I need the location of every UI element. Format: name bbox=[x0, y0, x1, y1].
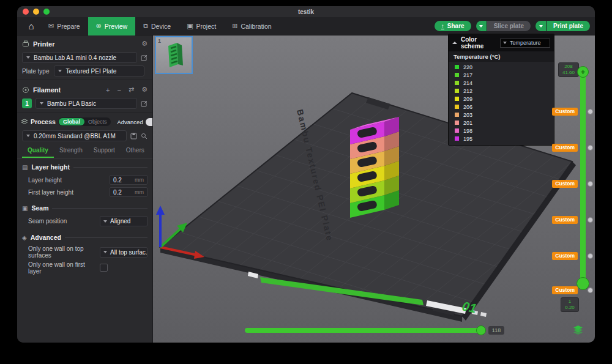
legend-value: 198 bbox=[463, 128, 472, 134]
legend-value: 201 bbox=[463, 120, 472, 126]
layers-view-icon[interactable] bbox=[573, 325, 583, 337]
process-scope-switch: Global Objects bbox=[58, 117, 111, 126]
step-slider-track[interactable] bbox=[245, 328, 483, 333]
legend-item: 201 bbox=[449, 119, 554, 127]
chevron-down-icon bbox=[40, 102, 43, 105]
legend-item: 217 bbox=[449, 71, 554, 79]
setting-row: Layer height 0.2 mm bbox=[28, 175, 147, 185]
print-plate-button[interactable]: Print plate bbox=[547, 21, 590, 31]
save-preset-icon[interactable] bbox=[130, 133, 137, 139]
custom-height-tag[interactable]: Custom bbox=[552, 286, 578, 294]
plate-edge-mark bbox=[480, 312, 487, 317]
process-subtabs: Quality Strength Support Others bbox=[17, 144, 152, 158]
print-button-group: Print plate bbox=[536, 21, 590, 31]
filament-settings-gear-icon[interactable]: ⚙ bbox=[141, 86, 147, 94]
color-scheme-select[interactable]: Temperature bbox=[500, 39, 550, 48]
legend-item: 203 bbox=[449, 111, 554, 119]
home-button[interactable]: ⌂ bbox=[22, 17, 40, 35]
slice-button-group: Slice plate bbox=[476, 21, 531, 31]
subtab-strength[interactable]: Strength bbox=[54, 144, 88, 158]
legend-value: 217 bbox=[463, 72, 472, 78]
color-scheme-header: Color scheme Temperature bbox=[449, 34, 554, 51]
advanced-section-header: ◈ Advanced bbox=[17, 229, 152, 243]
tab-project[interactable]: ▣ Project bbox=[179, 17, 224, 35]
layer-slider-track[interactable] bbox=[580, 69, 586, 286]
slice-plate-button[interactable]: Slice plate bbox=[487, 21, 531, 31]
printer-edit-icon[interactable] bbox=[141, 54, 147, 61]
layer-marker-dot[interactable] bbox=[588, 253, 593, 259]
color-swatch bbox=[455, 105, 459, 109]
custom-height-tag[interactable]: Custom bbox=[552, 108, 578, 116]
chevron-down-icon bbox=[58, 70, 62, 72]
filament-preset-select[interactable]: Bambu PLA Basic bbox=[35, 98, 137, 109]
chevron-down-icon bbox=[479, 25, 483, 28]
tab-prepare[interactable]: ✉ Prepare bbox=[40, 17, 88, 35]
plate-thumbnail[interactable]: 1 bbox=[155, 36, 193, 74]
layer-height-input[interactable]: 0.2 mm bbox=[110, 175, 147, 185]
one-wall-top-select[interactable]: All top surfac... bbox=[100, 247, 147, 258]
custom-height-tag[interactable]: Custom bbox=[552, 144, 578, 152]
layer-slider-lower-handle[interactable] bbox=[577, 277, 589, 290]
filament-slot-badge[interactable]: 1 bbox=[22, 98, 32, 108]
collapse-panel-icon[interactable] bbox=[452, 42, 457, 44]
search-preset-icon[interactable] bbox=[141, 133, 147, 139]
color-swatch bbox=[455, 97, 459, 101]
home-icon: ⌂ bbox=[28, 21, 34, 31]
settings-sidebar: Printer ⚙ Bambu Lab A1 mini 0.4 nozzle P… bbox=[17, 35, 153, 343]
seam-section-header: ▣ Seam bbox=[17, 199, 152, 214]
layer-marker-dot[interactable] bbox=[588, 217, 593, 223]
scope-global-button[interactable]: Global bbox=[59, 118, 84, 125]
content-area: Printer ⚙ Bambu Lab A1 mini 0.4 nozzle P… bbox=[17, 35, 595, 343]
slice-dropdown-button[interactable] bbox=[476, 21, 487, 31]
tab-device[interactable]: ⧉ Device bbox=[135, 17, 179, 35]
custom-height-tag[interactable]: Custom bbox=[552, 216, 578, 224]
plate-thumbnail-index: 1 bbox=[158, 38, 161, 44]
printer-settings-gear-icon[interactable]: ⚙ bbox=[141, 40, 147, 48]
filament-edit-icon[interactable] bbox=[141, 100, 147, 107]
printer-preset-select[interactable]: Bambu Lab A1 mini 0.4 nozzle bbox=[22, 52, 137, 63]
advanced-toggle-label: Advanced bbox=[117, 119, 143, 125]
advanced-toggle[interactable] bbox=[146, 118, 153, 126]
legend-value: 203 bbox=[463, 112, 472, 118]
seam-position-select[interactable]: Aligned bbox=[100, 216, 147, 226]
layer-marker-dot[interactable] bbox=[588, 181, 593, 187]
one-wall-first-layer-checkbox[interactable] bbox=[100, 264, 108, 272]
temperature-tower-model[interactable] bbox=[350, 117, 399, 218]
color-swatch bbox=[455, 113, 459, 117]
legend-item: 212 bbox=[449, 87, 554, 95]
printer-section-header: Printer ⚙ bbox=[17, 35, 152, 50]
tab-calibration[interactable]: ⊞ Calibration bbox=[224, 17, 279, 35]
process-icon bbox=[21, 119, 28, 125]
scope-objects-button[interactable]: Objects bbox=[84, 118, 111, 125]
share-button[interactable]: ↑ Share bbox=[435, 21, 471, 31]
main-tabbar: ⌂ ✉ Prepare ⊚ Preview ⧉ Device ▣ Project… bbox=[17, 17, 595, 35]
first-layer-height-input[interactable]: 0.2 mm bbox=[110, 187, 147, 197]
layer-slider-upper-handle[interactable]: + bbox=[577, 66, 589, 78]
subtab-others[interactable]: Others bbox=[121, 144, 150, 158]
process-preset-select[interactable]: 0.20mm Standard @BBL A1M bbox=[22, 130, 127, 141]
subtab-quality[interactable]: Quality bbox=[22, 144, 54, 158]
print-dropdown-button[interactable] bbox=[536, 21, 546, 31]
printer-icon bbox=[22, 40, 29, 48]
color-swatch bbox=[455, 73, 459, 77]
filament-sync-icon[interactable]: ⇄ bbox=[129, 86, 134, 94]
custom-height-tag[interactable]: Custom bbox=[552, 252, 578, 260]
chevron-down-icon bbox=[26, 56, 30, 59]
custom-height-tag[interactable]: Custom bbox=[552, 180, 578, 188]
share-upload-icon: ↑ bbox=[441, 23, 444, 29]
setting-row: Only one wall on first layer bbox=[28, 261, 147, 275]
layer-marker-dot[interactable] bbox=[588, 109, 593, 114]
app-window: testik ⌂ ✉ Prepare ⊚ Preview ⧉ Device ▣ … bbox=[17, 6, 595, 343]
step-slider-handle[interactable] bbox=[476, 325, 486, 335]
add-filament-button[interactable]: + bbox=[106, 86, 110, 94]
subtab-support[interactable]: Support bbox=[88, 144, 121, 158]
remove-filament-button[interactable]: − bbox=[117, 86, 121, 94]
legend-subtitle: Temperature (°C) bbox=[449, 51, 554, 62]
project-icon: ▣ bbox=[187, 22, 193, 30]
layer-marker-dot[interactable] bbox=[588, 288, 593, 293]
layer-marker-dot[interactable] bbox=[588, 145, 593, 150]
legend-value: 206 bbox=[463, 104, 472, 110]
color-swatch bbox=[455, 128, 459, 133]
plate-type-select[interactable]: Textured PEI Plate bbox=[54, 65, 144, 76]
tab-preview[interactable]: ⊚ Preview bbox=[88, 17, 136, 35]
